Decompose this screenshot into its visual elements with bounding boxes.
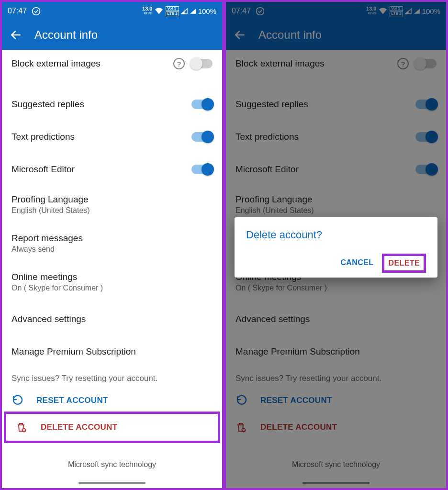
toggle-ms-editor[interactable]: [191, 165, 213, 174]
lte2-badge: LTE 2: [166, 11, 179, 16]
label-online: Online meetings: [11, 272, 213, 282]
toggle-text-predictions[interactable]: [191, 132, 213, 142]
delete-dialog: Delete account? CANCEL DELETE: [235, 217, 437, 278]
wifi-icon: [154, 7, 164, 15]
phone-screen-right: 07:47 13.0KB/S VoI 1 LTE 2 100% Account …: [224, 0, 448, 490]
value-online: On ( Skype for Consumer ): [11, 284, 213, 292]
label-advanced: Advanced settings: [11, 314, 86, 324]
footer-text: Microsoft sync technology: [2, 453, 222, 488]
row-suggested-replies[interactable]: Suggested replies: [2, 91, 222, 118]
row-report-messages[interactable]: Report messages Always send: [2, 227, 222, 261]
label-suggested-replies: Suggested replies: [11, 99, 84, 110]
delete-icon: [16, 422, 27, 433]
signal-icon-2: [190, 8, 196, 14]
label-ms-editor: Microsoft Editor: [11, 164, 75, 175]
dialog-delete-button[interactable]: DELETE: [382, 254, 426, 273]
value-report: Always send: [11, 245, 213, 254]
appbar-title: Account info: [34, 28, 98, 42]
signal-icon: [181, 8, 188, 14]
app-bar: Account info: [2, 20, 222, 50]
row-online-meetings[interactable]: Online meetings On ( Skype for Consumer …: [2, 266, 222, 300]
phone-screen-left: 07:47 13.0KB/S VoI 1 LTE 2 100% Account …: [0, 0, 224, 490]
row-text-predictions[interactable]: Text predictions: [2, 123, 222, 150]
toggle-suggested-replies[interactable]: [191, 100, 213, 109]
reset-label: RESET ACCOUNT: [36, 396, 108, 405]
dialog-cancel-button[interactable]: CANCEL: [336, 254, 378, 273]
label-report: Report messages: [11, 233, 213, 244]
reset-account-button[interactable]: RESET ACCOUNT: [2, 387, 222, 414]
label-text-predictions: Text predictions: [11, 132, 75, 142]
status-battery: 100%: [198, 7, 216, 15]
label-premium: Manage Premium Subscription: [11, 346, 136, 357]
row-manage-premium[interactable]: Manage Premium Subscription: [2, 338, 222, 365]
status-bar: 07:47 13.0KB/S VoI 1 LTE 2 100%: [2, 2, 222, 20]
back-arrow-icon[interactable]: [10, 29, 22, 41]
label-proofing: Proofing Language: [11, 194, 213, 205]
row-block-external-images[interactable]: Block external images ?: [2, 50, 222, 78]
row-proofing-language[interactable]: Proofing Language English (United States…: [2, 189, 222, 223]
settings-content: Block external images ? Suggested replie…: [2, 50, 222, 488]
help-icon[interactable]: ?: [173, 58, 185, 69]
status-time: 07:47: [8, 7, 27, 15]
delete-highlight: DELETE ACCOUNT: [4, 412, 220, 443]
row-microsoft-editor[interactable]: Microsoft Editor: [2, 156, 222, 183]
status-data-rate: 13.0KB/S: [142, 7, 152, 15]
dialog-title: Delete account?: [246, 229, 426, 241]
svg-point-0: [33, 7, 40, 15]
label-block-external: Block external images: [11, 58, 101, 69]
toggle-block-external[interactable]: [191, 59, 213, 68]
delete-account-button[interactable]: DELETE ACCOUNT: [6, 414, 218, 441]
delete-label: DELETE ACCOUNT: [41, 423, 117, 432]
value-proofing: English (United States): [11, 206, 213, 215]
lte1-badge: VoI 1: [166, 6, 179, 11]
checkmark-circle-icon: [32, 7, 41, 16]
nav-handle[interactable]: [78, 482, 146, 484]
sync-hint-text: Sync issues? Try resetting your account.: [2, 365, 222, 387]
row-advanced-settings[interactable]: Advanced settings: [2, 306, 222, 333]
reset-icon: [11, 395, 23, 406]
